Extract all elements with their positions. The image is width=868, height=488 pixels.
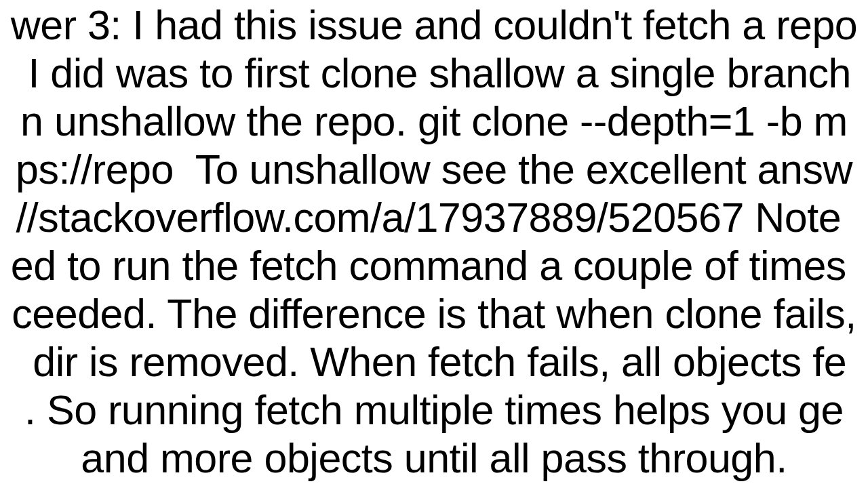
answer-text: wer 3: I had this issue and couldn't fet…: [0, 1, 868, 483]
